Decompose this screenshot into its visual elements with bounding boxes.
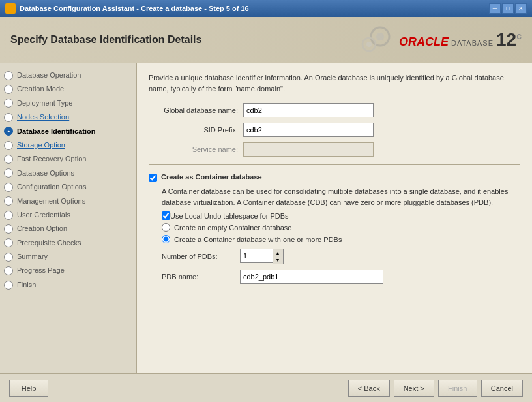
service-name-input xyxy=(243,142,374,157)
sidebar-item-fast-recovery-option: Fast Recovery Option xyxy=(0,152,136,166)
sidebar-icon-deployment-type xyxy=(4,99,13,108)
create-container-checkbox[interactable] xyxy=(149,174,157,182)
sidebar-icon-database-identification xyxy=(4,127,13,136)
oracle-branding: ORACLE DATABASE 12c xyxy=(399,29,522,50)
back-button[interactable]: < Back xyxy=(348,380,390,397)
header-title-area: Specify Database Identification Details xyxy=(10,34,201,46)
cancel-button[interactable]: Cancel xyxy=(481,380,523,397)
sidebar-icon-creation-mode xyxy=(4,85,13,94)
title-bar: Database Configuration Assistant - Creat… xyxy=(0,0,532,17)
gear-decoration-icon xyxy=(357,23,396,56)
page-title: Specify Database Identification Details xyxy=(10,34,201,46)
spinner-down-button[interactable]: ▼ xyxy=(273,256,283,264)
window-controls: ─ □ ✕ xyxy=(489,3,527,14)
sidebar-icon-management-options xyxy=(4,196,13,206)
window-title: Database Configuration Assistant - Creat… xyxy=(20,5,249,12)
sidebar-icon-creation-option xyxy=(4,224,13,234)
num-pdbs-row: Number of PDBs: ▲ ▼ xyxy=(162,249,520,264)
num-pdbs-label: Number of PDBs: xyxy=(162,253,240,260)
sidebar-icon-finish xyxy=(4,281,13,290)
oracle-logo-area: ORACLE DATABASE 12c xyxy=(357,23,522,56)
sidebar-icon-nodes-selection xyxy=(4,113,13,122)
service-name-label: Service name: xyxy=(149,146,243,153)
footer: Help < Back Next > Finish Cancel xyxy=(0,373,532,402)
pdb-name-input[interactable] xyxy=(240,270,383,284)
sidebar-item-database-identification: Database Identification xyxy=(0,125,136,138)
sidebar-icon-storage-option xyxy=(4,141,13,150)
sidebar-item-user-credentials: User Credentials xyxy=(0,208,136,222)
use-local-undo-checkbox[interactable] xyxy=(162,211,170,220)
sidebar-item-nodes-selection[interactable]: Nodes Selection xyxy=(0,110,136,124)
help-button[interactable]: Help xyxy=(9,380,48,397)
sidebar-item-storage-option[interactable]: Storage Option xyxy=(0,138,136,152)
sidebar: Database Operation Creation Mode Deploym… xyxy=(0,63,137,373)
create-with-pdbs-radio[interactable] xyxy=(162,235,170,243)
sidebar-item-creation-mode: Creation Mode xyxy=(0,82,136,96)
oracle-version-text: 12c xyxy=(496,29,522,50)
spinner-arrows: ▲ ▼ xyxy=(273,249,284,264)
global-db-name-row: Global database name: xyxy=(149,103,520,117)
num-pdbs-spinner: ▲ ▼ xyxy=(240,249,284,264)
sidebar-icon-summary xyxy=(4,253,13,262)
sidebar-item-deployment-type: Deployment Type xyxy=(0,97,136,110)
create-with-pdbs-row: Create a Container database with one or … xyxy=(162,235,520,243)
right-content: Provide a unique database identifier inf… xyxy=(137,63,532,373)
sidebar-icon-database-operation xyxy=(4,71,13,80)
sidebar-icon-database-options xyxy=(4,168,13,178)
sidebar-item-management-options: Management Options xyxy=(0,194,136,208)
svg-point-5 xyxy=(376,33,384,40)
sidebar-icon-configuration-options xyxy=(4,183,13,192)
sid-prefix-row: SID Prefix: xyxy=(149,123,520,137)
sidebar-item-configuration-options: Configuration Options xyxy=(0,180,136,194)
svg-point-7 xyxy=(366,42,372,47)
create-empty-label[interactable]: Create an empty Container database xyxy=(174,224,291,232)
sidebar-item-summary: Summary xyxy=(0,250,136,264)
create-with-pdbs-label[interactable]: Create a Container database with one or … xyxy=(174,236,342,243)
main-container: Specify Database Identification Details … xyxy=(0,17,532,402)
oracle-version-super: c xyxy=(516,31,522,41)
global-db-name-input[interactable] xyxy=(243,103,374,117)
sidebar-item-prerequisite-checks: Prerequisite Checks xyxy=(0,236,136,250)
sid-prefix-label: SID Prefix: xyxy=(149,126,243,134)
container-db-description: A Container database can be used for con… xyxy=(162,186,520,208)
use-local-undo-label[interactable]: Use Local Undo tablespace for PDBs xyxy=(170,212,289,220)
sidebar-item-finish: Finish xyxy=(0,278,136,292)
sidebar-item-progress-page: Progress Page xyxy=(0,264,136,277)
container-db-section: Create as Container database A Container… xyxy=(149,173,520,284)
title-bar-left: Database Configuration Assistant - Creat… xyxy=(5,3,249,14)
sidebar-icon-fast-recovery-option xyxy=(4,155,13,164)
global-db-name-label: Global database name: xyxy=(149,106,243,114)
oracle-logo-text: ORACLE xyxy=(399,35,449,49)
pdb-name-row: PDB name: xyxy=(162,270,520,284)
footer-right-buttons: < Back Next > Finish Cancel xyxy=(348,380,523,397)
description-text: Provide a unique database identifier inf… xyxy=(149,72,520,94)
minimize-button[interactable]: ─ xyxy=(489,3,501,14)
create-empty-container-row: Create an empty Container database xyxy=(162,223,520,232)
create-container-label[interactable]: Create as Container database xyxy=(161,173,262,181)
sidebar-icon-prerequisite-checks xyxy=(4,238,13,247)
create-empty-radio[interactable] xyxy=(162,223,170,232)
sidebar-icon-user-credentials xyxy=(4,211,13,220)
oracle-product-text: DATABASE xyxy=(451,39,494,47)
content-area: Database Operation Creation Mode Deploym… xyxy=(0,63,532,373)
finish-button[interactable]: Finish xyxy=(438,380,477,397)
sidebar-icon-progress-page xyxy=(4,266,13,275)
pdb-name-label: PDB name: xyxy=(162,273,240,281)
sidebar-item-database-options: Database Options xyxy=(0,166,136,180)
form-separator xyxy=(149,164,520,165)
sidebar-item-creation-option: Creation Option xyxy=(0,222,136,236)
sid-prefix-input[interactable] xyxy=(243,123,374,137)
num-pdbs-input[interactable] xyxy=(240,249,273,263)
header: Specify Database Identification Details … xyxy=(0,17,532,63)
create-container-row: Create as Container database xyxy=(149,173,520,182)
maximize-button[interactable]: □ xyxy=(502,3,514,14)
use-local-undo-row: Use Local Undo tablespace for PDBs xyxy=(162,211,520,220)
next-button[interactable]: Next > xyxy=(394,380,434,397)
app-icon xyxy=(5,3,16,14)
sidebar-item-database-operation: Database Operation xyxy=(0,69,136,82)
close-button[interactable]: ✕ xyxy=(515,3,527,14)
service-name-row: Service name: xyxy=(149,142,520,157)
spinner-up-button[interactable]: ▲ xyxy=(273,249,283,256)
